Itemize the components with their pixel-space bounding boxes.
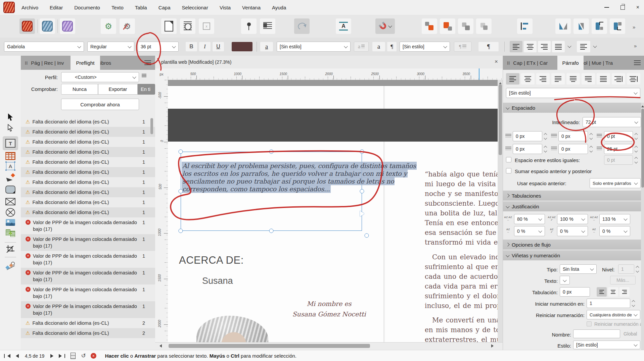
first-line-indent-field[interactable]: 0 px: [513, 144, 542, 154]
paragraph-style-select[interactable]: [Sin estilo]: [400, 42, 450, 52]
pen-tool[interactable]: [0, 172, 21, 183]
stepper[interactable]: [543, 144, 548, 154]
section-vinetas[interactable]: Viñetas y numeración: [503, 250, 641, 260]
equal-styles-checkbox[interactable]: [506, 157, 511, 162]
tab-preflight-active[interactable]: Preflight: [71, 56, 100, 70]
section-tabulaciones[interactable]: Tabulaciones: [503, 191, 641, 201]
publisher-persona-button[interactable]: [19, 18, 35, 34]
stepper[interactable]: [631, 299, 636, 308]
reiniciar-select[interactable]: Cualquiera distinto de: [587, 310, 640, 319]
section-espaciado[interactable]: Espaciado: [503, 103, 641, 113]
word-spacing-max-field[interactable]: 133 %: [599, 214, 630, 224]
sum-space-checkbox[interactable]: [506, 168, 511, 173]
texto-select[interactable]: [560, 276, 570, 285]
right-panel-scrollbar[interactable]: [641, 103, 644, 350]
auto-size-text-button[interactable]: A: [336, 18, 351, 34]
preflight-issue-row[interactable]: ⚠ × Falta diccionario del idioma (es-CL)…: [21, 318, 155, 328]
preflight-issue-row[interactable]: ⚠ × Falta diccionario del idioma (es-CL)…: [21, 187, 155, 197]
frame-handle[interactable]: [360, 150, 364, 154]
frame-handle[interactable]: [269, 150, 274, 154]
font-style-select[interactable]: Regular: [87, 42, 134, 52]
para-align-right-button[interactable]: [536, 73, 550, 85]
estilo-select[interactable]: [Sin estilo]: [573, 341, 640, 349]
para-align-towards-spine-button[interactable]: [612, 73, 625, 85]
menu-item[interactable]: Capa: [158, 5, 171, 10]
pages-button[interactable]: [161, 18, 177, 34]
preflight-issue-row[interactable]: ⚠ × Falta diccionario del idioma (es-CL)…: [21, 137, 155, 147]
profile-menu-button[interactable]: [142, 74, 149, 80]
preflight-issue-row[interactable]: ⚠ × Falta diccionario del idioma (es-CL)…: [21, 157, 155, 167]
document-hscrollbar[interactable]: [155, 342, 503, 350]
drop-cap-button[interactable]: a: [372, 42, 385, 52]
ellipse-frame-tool[interactable]: [0, 207, 21, 217]
check-option-en-tiempo-real[interactable]: En ti: [138, 84, 155, 95]
scrollbar-thumb[interactable]: [169, 344, 370, 348]
preview-rotate-icon[interactable]: ↺: [81, 352, 86, 359]
paragraph[interactable]: “había algo que tenía hacmi luego de la …: [425, 169, 503, 247]
last-line-indent-field[interactable]: 0 px: [558, 144, 588, 154]
spread-setup-button[interactable]: ⚙: [120, 18, 135, 34]
preflight-issue-row[interactable]: ⚠ × Falta diccionario del idioma (es-CL)…: [21, 117, 155, 127]
stepper[interactable]: [589, 131, 593, 141]
tab-parrafo-active[interactable]: Párrafo: [557, 56, 584, 70]
tab-group-right[interactable]: Col | Mue | Tra: [580, 60, 613, 66]
artistic-text-tool[interactable]: A: [0, 161, 21, 171]
revert-defaults-button[interactable]: [294, 18, 310, 34]
header-band[interactable]: [168, 109, 503, 142]
tab-align-left-button[interactable]: [597, 287, 607, 297]
underline-button[interactable]: U: [212, 42, 224, 52]
frame-handle[interactable]: [365, 234, 369, 238]
scrollbar-thumb[interactable]: [499, 85, 502, 155]
frame-handle[interactable]: [360, 189, 364, 194]
stepper[interactable]: [634, 144, 638, 154]
flip-vertical-button[interactable]: [573, 18, 589, 34]
para-align-away-spine-button[interactable]: [627, 73, 640, 85]
preflight-issue-row[interactable]: ⚠ × Falta diccionario del idioma (es-CL)…: [21, 207, 155, 217]
align-right-button[interactable]: [538, 41, 551, 52]
preflight-issue-row[interactable]: ⚠ × Valor de PPP de la imagen colocada d…: [21, 268, 155, 285]
close-icon[interactable]: ×: [636, 4, 639, 10]
vertical-ruler[interactable]: -5000500100015002000: [155, 80, 168, 342]
document-setup-button[interactable]: ⚙: [101, 18, 116, 34]
preflight-issue-row[interactable]: ⚠ × Falta diccionario del idioma (es-CL)…: [21, 167, 155, 177]
indent-right-field[interactable]: 0 px: [558, 131, 588, 141]
crop-tool[interactable]: [0, 244, 21, 254]
move-to-front-button[interactable]: [422, 18, 437, 34]
section-opciones-de-flujo[interactable]: Opciones de flujo: [503, 240, 641, 250]
check-now-button[interactable]: Comprobar ahora: [61, 99, 139, 110]
first-page-button[interactable]: [4, 354, 10, 358]
panel-menu-icon[interactable]: [634, 60, 641, 65]
text-wrap-button[interactable]: [180, 18, 195, 34]
preflight-issue-row[interactable]: ⚠ × Falta diccionario del idioma (es-CL)…: [21, 197, 155, 207]
last-page-button[interactable]: [59, 354, 65, 358]
menu-item[interactable]: Editar: [49, 5, 63, 10]
text-overflow-icon[interactable]: [360, 211, 367, 217]
photo-persona-button[interactable]: [60, 18, 75, 34]
move-forward-button[interactable]: [440, 18, 455, 34]
section-justificacion[interactable]: Justificación: [503, 201, 641, 211]
align-center-button[interactable]: [524, 41, 537, 52]
space-before-field[interactable]: 0 pt: [604, 131, 633, 141]
document-canvas[interactable]: Al escribit hoy el problema persiste, pu…: [168, 80, 503, 342]
pages-view-icon[interactable]: [71, 353, 76, 359]
preflight-issue-row[interactable]: ⚠ × Falta diccionario del idioma (es-CL)…: [21, 147, 155, 157]
previous-page-button[interactable]: [14, 354, 19, 358]
leading-more-chevron[interactable]: [593, 44, 597, 48]
issues-scrollbar[interactable]: [150, 117, 153, 349]
scroll-up-icon[interactable]: [499, 81, 502, 84]
scrollbar-thumb[interactable]: [150, 118, 153, 134]
nombre-field[interactable]: [573, 329, 620, 338]
panel-collapse-handle[interactable]: II: [25, 60, 28, 66]
word-spacing-opt-field[interactable]: 100 %: [557, 214, 588, 224]
tab-align-center-button[interactable]: [608, 287, 618, 297]
tipo-select[interactable]: Sin lista: [560, 264, 597, 274]
check-option-exportar[interactable]: Exportar: [98, 84, 138, 95]
preflight-issue-row[interactable]: ⚠ × Falta diccionario del idioma (es-CL)…: [21, 127, 155, 137]
update-style-button[interactable]: a: [354, 42, 369, 52]
preflight-issue-row[interactable]: ⚠ × Valor de PPP de la imagen colocada d…: [21, 285, 155, 301]
table-tool[interactable]: [0, 151, 21, 161]
menu-item[interactable]: Vista: [219, 5, 231, 10]
pin-button[interactable]: [241, 18, 257, 34]
stepper[interactable]: [589, 144, 593, 154]
scrollbar-thumb[interactable]: [641, 109, 644, 188]
